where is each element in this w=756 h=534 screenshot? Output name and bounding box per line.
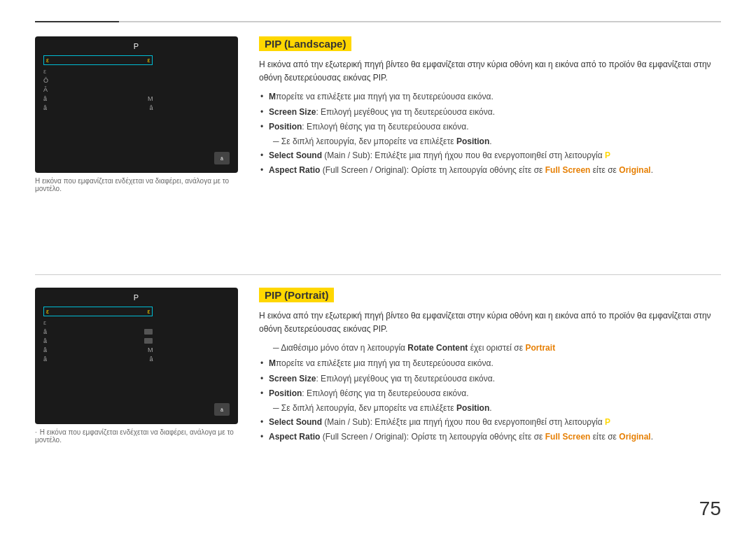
pip-button-portrait: â	[214, 403, 230, 416]
bullet-3-landscape: Position: Επιλογή θέσης για τη δευτερεύο…	[259, 120, 721, 134]
description-landscape: Η εικόνα από την εξωτερική πηγή βίντεο θ…	[259, 58, 721, 85]
tv-right-pip-portrait: â	[155, 305, 232, 419]
menu-item-2-landscape: Ô	[43, 77, 153, 84]
bullet-list-portrait: Μπορείτε να επιλέξετε μια πηγή για τη δε…	[259, 357, 721, 400]
sub-note-0-portrait: Διαθέσιμο μόνο όταν η λειτουργία Rotate …	[259, 342, 721, 354]
menu-item-3-landscape: Â	[43, 86, 153, 93]
source-left-landscape: ε	[46, 57, 49, 64]
section-divider	[35, 274, 721, 275]
bullet-1-landscape: Μπορείτε να επιλέξετε μια πηγή για τη δε…	[259, 90, 721, 104]
menu-item-1-portrait: ε	[43, 319, 153, 326]
tv-mockup-landscape: P ε ε ε	[35, 36, 238, 173]
bullet-2-portrait: Screen Size: Επιλογή μεγέθους για τη δευ…	[259, 372, 721, 386]
menu-item-4-landscape: â M	[43, 95, 153, 102]
page-container: P ε ε ε	[0, 0, 756, 534]
bullet-4-landscape: Select Sound (Main / Sub): Επιλέξτε μια …	[259, 149, 721, 162]
sub-note-1-portrait: Σε διπλή λειτουργία, δεν μπορείτε να επι…	[259, 402, 721, 414]
tv-right-pip-landscape: â	[155, 54, 232, 167]
menu-item-5-landscape: â â	[43, 104, 153, 111]
bullet-2-landscape: Screen Size: Επιλογή μεγέθους για τη δευ…	[259, 106, 721, 119]
menu-item-1-landscape: ε	[43, 68, 153, 75]
tv-header-landscape: P	[41, 42, 232, 50]
sections-wrapper: P ε ε ε	[35, 36, 721, 513]
tv-left-menu-portrait: ε ε ε â	[41, 305, 155, 419]
pip-button-landscape: â	[214, 152, 230, 164]
source-right-portrait: ε	[147, 308, 150, 315]
tv-mockup-portrait: P ε ε ε	[35, 288, 238, 424]
tv-left-menu-landscape: ε ε ε Ô Â	[41, 54, 155, 167]
tv-mockup-portrait-container: P ε ε ε	[35, 288, 238, 513]
page-number: 75	[699, 498, 721, 520]
bullet-1-portrait: Μπορείτε να επιλέξετε μια πηγή για τη δε…	[259, 357, 721, 370]
footnote-portrait: ·Η εικόνα που εμφανίζεται ενδέχεται να δ…	[35, 428, 238, 444]
top-line	[35, 21, 721, 22]
sub-note-1-landscape: Σε διπλή λειτουργία, δεν μπορείτε να επι…	[259, 135, 721, 148]
source-right-landscape: ε	[147, 57, 150, 64]
tv-mockup-landscape-container: P ε ε ε	[35, 36, 238, 262]
bullet-5-landscape: Aspect Ratio (Full Screen / Original): Ο…	[259, 164, 721, 177]
section-landscape: P ε ε ε	[35, 36, 721, 262]
text-content-landscape: PIP (Landscape) Η εικόνα από την εξωτερι…	[259, 36, 721, 262]
section-portrait: P ε ε ε	[35, 288, 721, 513]
footnote-landscape: Η εικόνα που εμφανίζεται ενδέχεται να δι…	[35, 177, 238, 192]
section-title-landscape: PIP (Landscape)	[259, 36, 351, 51]
text-content-portrait: PIP (Portrait) Η εικόνα από την εξωτερικ…	[259, 288, 721, 513]
source-left-portrait: ε	[46, 308, 49, 315]
description-portrait: Η εικόνα από την εξωτερική πηγή βίντεο θ…	[259, 309, 721, 336]
bullet-list-landscape: Μπορείτε να επιλέξετε μια πηγή για τη δε…	[259, 90, 721, 134]
menu-item-2-portrait: â	[43, 328, 153, 335]
menu-item-5-portrait: â â	[43, 356, 153, 363]
tv-header-portrait: P	[41, 293, 232, 302]
bullet-5-portrait: Aspect Ratio (Full Screen / Original): Ο…	[259, 430, 721, 444]
bullet-list-2-portrait: Select Sound (Main / Sub): Επιλέξτε μια …	[259, 416, 721, 444]
menu-item-4-portrait: â M	[43, 346, 153, 353]
bullet-list-2-landscape: Select Sound (Main / Sub): Επιλέξτε μια …	[259, 149, 721, 177]
section-title-portrait: PIP (Portrait)	[259, 288, 334, 302]
bullet-4-portrait: Select Sound (Main / Sub): Επιλέξτε μια …	[259, 416, 721, 429]
menu-item-3-portrait: â	[43, 337, 153, 344]
bullet-3-portrait: Position: Επιλογή θέσης για τη δευτερεύο…	[259, 387, 721, 400]
